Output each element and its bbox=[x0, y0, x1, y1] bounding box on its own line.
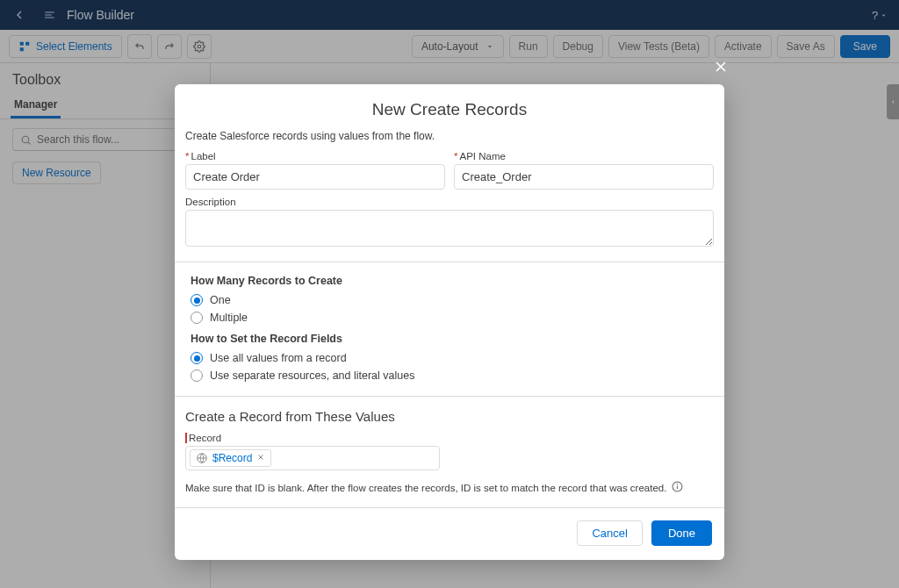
how-many-title: How Many Records to Create bbox=[191, 275, 708, 287]
api-name-field-label: *API Name bbox=[454, 151, 714, 161]
radio-icon bbox=[191, 369, 203, 382]
radio-icon bbox=[191, 294, 203, 306]
radio-use-all[interactable]: Use all values from a record bbox=[191, 352, 708, 364]
svg-rect-8 bbox=[677, 484, 678, 484]
description-field-label: Description bbox=[185, 197, 714, 207]
record-pill-remove[interactable] bbox=[256, 452, 265, 464]
close-icon bbox=[712, 58, 730, 75]
done-button[interactable]: Done bbox=[651, 520, 712, 546]
modal-description: Create Salesforce records using values f… bbox=[175, 126, 724, 151]
record-pill-text: $Record bbox=[212, 452, 252, 464]
modal-title: New Create Records bbox=[175, 84, 724, 126]
info-icon[interactable] bbox=[672, 481, 683, 495]
svg-rect-7 bbox=[677, 485, 678, 489]
record-field-label: Record bbox=[185, 433, 714, 443]
radio-multiple[interactable]: Multiple bbox=[191, 312, 708, 324]
id-blank-hint: Make sure that ID is blank. After the fl… bbox=[185, 483, 666, 493]
radio-one[interactable]: One bbox=[191, 294, 708, 306]
globe-icon bbox=[196, 452, 208, 464]
close-button[interactable] bbox=[712, 58, 730, 81]
label-input[interactable] bbox=[185, 164, 445, 190]
record-input[interactable]: $Record bbox=[185, 446, 440, 470]
record-pill: $Record bbox=[190, 449, 271, 467]
label-field-label: *Label bbox=[185, 151, 445, 161]
how-set-title: How to Set the Record Fields bbox=[191, 333, 708, 345]
api-name-input[interactable] bbox=[454, 164, 714, 190]
radio-icon bbox=[191, 312, 203, 324]
create-records-modal: New Create Records Create Salesforce rec… bbox=[175, 84, 724, 560]
cancel-button[interactable]: Cancel bbox=[577, 520, 642, 546]
radio-icon bbox=[191, 352, 203, 364]
radio-use-separate[interactable]: Use separate resources, and literal valu… bbox=[191, 369, 708, 382]
modal-overlay: New Create Records Create Salesforce rec… bbox=[0, 0, 899, 588]
description-input[interactable] bbox=[185, 210, 714, 247]
create-from-title: Create a Record from These Values bbox=[175, 397, 724, 427]
